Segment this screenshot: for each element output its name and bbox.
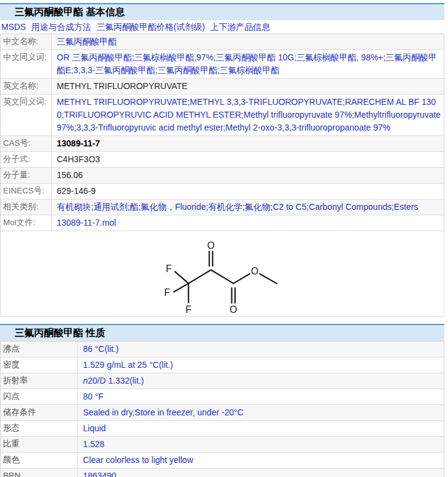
row-label-molweight: 分子量:	[1, 168, 52, 183]
english-name-value: METHYL TRIFLUOROPYRUVATE	[52, 79, 444, 94]
table-row: 相关类别: 有机砌块;通用试剂;酯;氟化物，Fluoride;有机化学;氟化物;…	[1, 199, 444, 215]
table-row: 分子式: C4H3F3O3	[1, 152, 444, 168]
basic-info-section-title: 三氟丙酮酸甲酯 基本信息	[0, 3, 444, 20]
atom-f1-icon: F	[166, 264, 172, 274]
atom-o-ester-double-icon: O	[229, 304, 237, 315]
row-label-categories: 相关类别:	[1, 199, 52, 215]
row-label-molfile: Mol文件:	[1, 215, 52, 231]
einecs-value: 629-146-9	[52, 184, 444, 199]
molecular-weight-value: 156.06	[52, 168, 444, 183]
brn-value[interactable]: 1863490	[78, 468, 444, 477]
row-label-flash-point: 闪点	[1, 389, 78, 404]
row-label-specific-gravity: 比重	[1, 437, 78, 452]
row-label-cas: CAS号:	[1, 136, 52, 151]
table-row: 沸点 86 °C(lit.)	[1, 342, 444, 357]
density-value[interactable]: 1.529 g/mL at 25 °C(lit.)	[78, 357, 444, 373]
mol-file-link[interactable]: 13089-11-7.mol	[52, 215, 444, 231]
table-row: 分子量: 156.06	[1, 168, 444, 184]
table-row: 密度 1.529 g/mL at 25 °C(lit.)	[1, 357, 444, 373]
table-row: 中文名称: 三氟丙酮酸甲酯	[1, 34, 444, 50]
table-row: Mol文件: 13089-11-7.mol	[1, 215, 444, 231]
cas-number-value: 13089-11-7	[52, 136, 444, 151]
row-label-storage: 储存条件	[1, 405, 78, 420]
link-price-reagent[interactable]: 三氟丙酮酸甲酯价格(试剂级)	[96, 22, 204, 32]
chemical-info-page: 三氟丙酮酸甲酯 基本信息 MSDS 用途与合成方法 三氟丙酮酸甲酯价格(试剂级)…	[0, 0, 448, 477]
boiling-point-value[interactable]: 86 °C(lit.)	[78, 342, 444, 357]
atom-o-ester-icon: O	[251, 265, 258, 276]
row-label-form: 形态	[1, 421, 78, 436]
table-row: 英文名称: METHYL TRIFLUOROPYRUVATE	[1, 79, 444, 95]
atom-o-ketone-icon: O	[208, 240, 215, 250]
refractive-index-value[interactable]: n20/D 1.332(lit.)	[78, 373, 444, 389]
color-value[interactable]: Clear colorless to light yellow	[78, 453, 444, 468]
row-label-color: 颜色	[1, 453, 78, 468]
link-updown-products[interactable]: 上下游产品信息	[210, 22, 270, 32]
chemical-structure-drawing: O O O F F F	[134, 232, 311, 316]
row-label-density: 密度	[1, 357, 78, 373]
table-row: 比重 1.528	[1, 437, 444, 453]
row-label-brn: BRN	[1, 468, 78, 477]
chinese-synonyms-links[interactable]: OR 三氟丙酮酸甲酯;三氟棕榈酸甲酯,97%;三氟丙酮酸甲酯 10G;三氟棕榈酸…	[52, 50, 444, 78]
atom-f2-icon: F	[164, 287, 170, 297]
table-row: 中文同义词: OR 三氟丙酮酸甲酯;三氟棕榈酸甲酯,97%;三氟丙酮酸甲酯 10…	[1, 50, 444, 79]
basic-info-table: 中文名称: 三氟丙酮酸甲酯 中文同义词: OR 三氟丙酮酸甲酯;三氟棕榈酸甲酯,…	[0, 34, 444, 231]
related-categories-links[interactable]: 有机砌块;通用试剂;酯;氟化物，Fluoride;有机化学;氟化物;C2 to …	[52, 199, 444, 215]
link-uses-synthesis[interactable]: 用途与合成方法	[31, 22, 91, 32]
refractive-rest: 20/D 1.332(lit.)	[88, 376, 144, 386]
storage-conditions-value[interactable]: Sealed in dry,Store in freezer, under -2…	[78, 405, 444, 420]
row-label-chinese-name: 中文名称:	[1, 34, 52, 49]
row-label-chinese-synonyms: 中文同义词:	[1, 50, 52, 78]
atom-f3-icon: F	[186, 304, 192, 315]
table-row: 闪点 80 °F	[1, 389, 444, 405]
molecular-formula-value: C4H3F3O3	[52, 152, 444, 167]
row-label-formula: 分子式:	[1, 152, 52, 167]
link-msds[interactable]: MSDS	[1, 22, 26, 32]
properties-section-title: 三氟丙酮酸甲酯 性质	[0, 324, 444, 341]
row-label-english-synonyms: 英文同义词:	[1, 95, 52, 135]
refractive-n: n	[83, 376, 88, 386]
english-synonyms-links[interactable]: METHYL TRIFLUOROPYRUVATE;METHYL 3,3,3-TR…	[52, 95, 444, 135]
row-label-refractive-index: 折射率	[1, 373, 78, 389]
quick-links-row: MSDS 用途与合成方法 三氟丙酮酸甲酯价格(试剂级) 上下游产品信息	[0, 20, 444, 34]
row-label-english-name: 英文名称:	[1, 79, 52, 94]
table-row: CAS号: 13089-11-7	[1, 136, 444, 152]
table-row: EINECS号: 629-146-9	[1, 184, 444, 199]
properties-table: 沸点 86 °C(lit.) 密度 1.529 g/mL at 25 °C(li…	[0, 341, 444, 477]
table-row: 折射率 n20/D 1.332(lit.)	[1, 373, 444, 389]
structure-image-box: O O O F F F	[0, 231, 444, 317]
form-value[interactable]: Liquid	[78, 421, 444, 436]
flash-point-value[interactable]: 80 °F	[78, 389, 444, 404]
table-row: BRN 1863490	[1, 468, 444, 477]
row-label-boiling-point: 沸点	[1, 342, 78, 357]
table-row: 英文同义词: METHYL TRIFLUOROPYRUVATE;METHYL 3…	[1, 95, 444, 136]
table-row: 形态 Liquid	[1, 421, 444, 437]
row-label-einecs: EINECS号:	[1, 184, 52, 199]
specific-gravity-value[interactable]: 1.528	[78, 437, 444, 452]
chinese-name-link[interactable]: 三氟丙酮酸甲酯	[52, 34, 444, 49]
table-row: 储存条件 Sealed in dry,Store in freezer, und…	[1, 405, 444, 421]
table-row: 颜色 Clear colorless to light yellow	[1, 453, 444, 468]
